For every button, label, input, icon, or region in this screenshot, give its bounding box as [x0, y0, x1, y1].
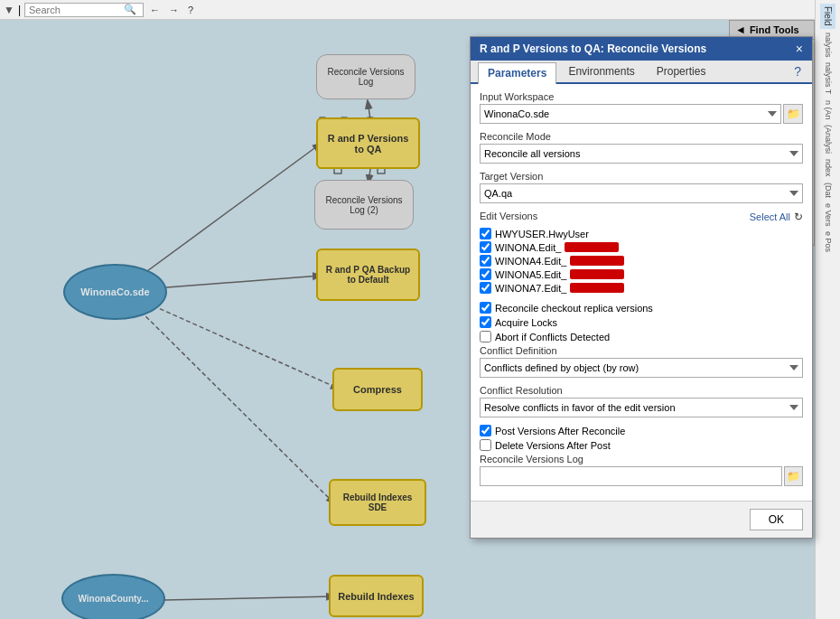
reconcile-checkout-item: Reconcile checkout replica versions — [480, 302, 803, 314]
version-item-winona: WINONA.Edit_ — [480, 240, 803, 254]
panel-vers: e Vers — [822, 202, 835, 229]
target-version-label: Target Version — [480, 171, 803, 182]
input-workspace-group: Input Workspace WinonaCo.sde 📁 — [480, 91, 803, 124]
conflict-definition-group: Conflict Definition Conflicts defined by… — [480, 345, 803, 378]
dialog-title: R and P Versions to QA: Reconcile Versio… — [480, 42, 706, 55]
tab-environments[interactable]: Environments — [558, 61, 644, 82]
delete-versions-item: Delete Versions After Post — [480, 439, 803, 451]
conflict-resolution-label: Conflict Resolution — [480, 385, 803, 396]
back-button[interactable]: ← — [147, 4, 163, 16]
ok-button[interactable]: OK — [750, 509, 803, 530]
tab-parameters-label: Parameters — [488, 67, 546, 80]
edit-versions-header: Edit Versions Select All ↻ — [480, 211, 803, 223]
edit-versions-label: Edit Versions — [480, 211, 537, 221]
panel-analysis: nalysis — [822, 31, 835, 60]
conflict-definition-select[interactable]: Conflicts defined by object (by row) — [480, 358, 803, 378]
reconcile-log-browse[interactable]: 📁 — [784, 466, 803, 486]
conflict-definition-label: Conflict Definition — [480, 345, 803, 356]
search-input[interactable] — [29, 5, 119, 15]
dialog-help-icon[interactable]: ? — [790, 61, 805, 82]
conflict-resolution-group: Conflict Resolution Resolve conflicts in… — [480, 385, 803, 417]
post-versions-label: Post Versions After Reconcile — [495, 426, 625, 436]
panel-field-item[interactable]: Field — [820, 4, 835, 29]
tab-properties[interactable]: Properties — [647, 61, 716, 82]
edit-versions-group: Edit Versions Select All ↻ HWYUSER.HwyUs… — [480, 211, 803, 295]
abort-conflicts-checkbox[interactable] — [480, 331, 491, 342]
version-winona5-label: WINONA5.Edit_ — [495, 269, 566, 280]
abort-conflicts-item: Abort if Conflicts Detected — [480, 331, 803, 342]
reconcile-mode-label: Reconcile Mode — [480, 131, 803, 142]
dialog-footer: OK — [471, 501, 812, 538]
input-workspace-row: WinonaCo.sde 📁 — [480, 104, 803, 124]
reconcile-log-input[interactable] — [480, 466, 782, 486]
dialog-close-button[interactable]: × — [796, 42, 803, 55]
reconcile-log-group: Reconcile Versions Log 📁 — [480, 454, 803, 486]
reconcile-log-row: 📁 — [480, 466, 803, 486]
panel-analysis-t: nalysis T — [822, 61, 835, 96]
version-item-hwyuser: HWYUSER.HwyUser — [480, 227, 803, 240]
dialog: R and P Versions to QA: Reconcile Versio… — [470, 36, 813, 539]
panel-pos: e Pos — [822, 230, 835, 254]
panel-analysi: (Analysi — [822, 123, 835, 155]
version-winona7-checkbox[interactable] — [480, 282, 491, 294]
dialog-body: Input Workspace WinonaCo.sde 📁 Reconcile… — [471, 84, 812, 501]
select-all-button[interactable]: Select All — [750, 211, 790, 222]
tab-environments-label: Environments — [568, 65, 634, 78]
dialog-titlebar: R and P Versions to QA: Reconcile Versio… — [471, 37, 812, 61]
version-hwyuser-label: HWYUSER.HwyUser — [495, 229, 589, 239]
acquire-locks-checkbox[interactable] — [480, 316, 491, 328]
version-winona7-label: WINONA7.Edit_ — [495, 283, 566, 294]
version-winona7-redacted — [570, 283, 624, 293]
tab-parameters[interactable]: Parameters — [478, 62, 556, 84]
version-winona4-checkbox[interactable] — [480, 255, 491, 267]
dialog-tabs: Parameters Environments Properties ? — [471, 61, 812, 84]
conflict-resolution-select[interactable]: Resolve conflicts in favor of the edit v… — [480, 398, 803, 417]
version-winona4-label: WINONA4.Edit_ — [495, 256, 566, 267]
version-winona5-redacted — [570, 269, 624, 279]
reconcile-log-label: Reconcile Versions Log — [480, 454, 803, 464]
right-panel: Field nalysis nalysis T n (An (Analysi n… — [815, 0, 840, 619]
version-winona-label: WINONA.Edit_ — [495, 242, 561, 253]
panel-in-an: n (An — [822, 98, 835, 122]
forward-button[interactable]: → — [166, 4, 182, 16]
input-workspace-select[interactable]: WinonaCo.sde — [480, 104, 781, 124]
refresh-button[interactable]: ↻ — [794, 211, 803, 223]
filter-icon: ▼ — [4, 4, 14, 16]
delete-versions-checkbox[interactable] — [480, 439, 491, 451]
reconcile-checkout-checkbox[interactable] — [480, 302, 491, 314]
input-workspace-label: Input Workspace — [480, 91, 803, 102]
version-winona-redacted — [565, 242, 619, 252]
search-button[interactable]: 🔍 — [121, 3, 139, 16]
version-winona4-redacted — [570, 256, 624, 266]
post-versions-item: Post Versions After Reconcile — [480, 425, 803, 436]
reconcile-mode-select[interactable]: Reconcile all versions — [480, 144, 803, 164]
delete-versions-label: Delete Versions After Post — [495, 440, 611, 451]
version-item-winona4: WINONA4.Edit_ — [480, 254, 803, 267]
input-workspace-browse[interactable]: 📁 — [783, 104, 803, 124]
panel-dat: (Dat — [822, 181, 835, 200]
acquire-locks-item: Acquire Locks — [480, 316, 803, 328]
versions-list: HWYUSER.HwyUser WINONA.Edit_ WINONA4.Edi… — [480, 227, 803, 295]
search-box[interactable]: 🔍 — [24, 3, 144, 17]
panel-index: ndex — [822, 157, 835, 179]
version-winona5-checkbox[interactable] — [480, 268, 491, 280]
reconcile-checkout-label: Reconcile checkout replica versions — [495, 303, 653, 314]
version-item-winona7: WINONA7.Edit_ — [480, 281, 803, 295]
post-versions-checkbox[interactable] — [480, 425, 491, 436]
top-toolbar: ▼ | 🔍 ← → ? — [0, 0, 840, 20]
reconcile-mode-group: Reconcile Mode Reconcile all versions — [480, 131, 803, 164]
target-version-group: Target Version QA.qa — [480, 171, 803, 203]
version-item-winona5: WINONA5.Edit_ — [480, 267, 803, 281]
help-button[interactable]: ? — [185, 4, 196, 16]
abort-conflicts-label: Abort if Conflicts Detected — [495, 332, 610, 342]
tab-properties-label: Properties — [657, 65, 706, 78]
target-version-select[interactable]: QA.qa — [480, 183, 803, 203]
acquire-locks-label: Acquire Locks — [495, 317, 557, 328]
version-winona-checkbox[interactable] — [480, 241, 491, 253]
version-hwyuser-checkbox[interactable] — [480, 228, 491, 239]
pipe-divider: | — [18, 4, 21, 16]
